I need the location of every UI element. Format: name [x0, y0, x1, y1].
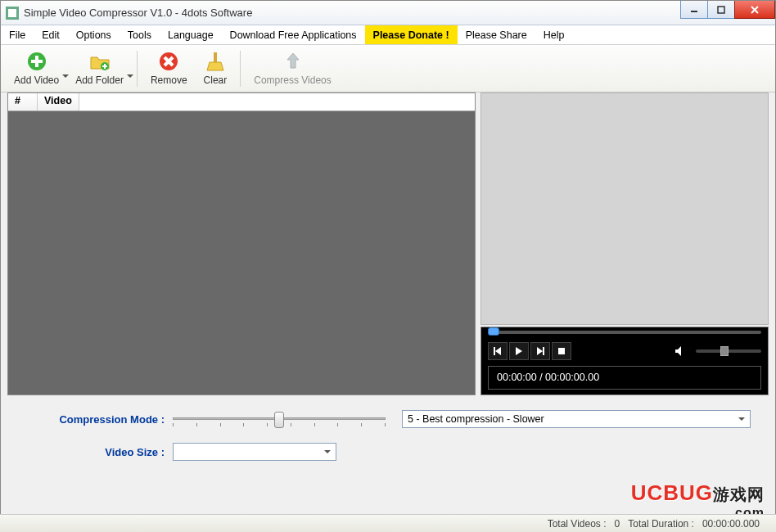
- compress-icon: [282, 50, 304, 73]
- toolbar-separator-2: [240, 51, 241, 87]
- volume-thumb[interactable]: [720, 346, 729, 356]
- menu-download[interactable]: Download Free Applications: [222, 25, 365, 44]
- plus-green-icon: [26, 50, 47, 73]
- menu-language[interactable]: Language: [160, 25, 222, 44]
- settings-panel: Compression Mode : 5 - Best compression …: [1, 395, 775, 461]
- menu-file[interactable]: File: [1, 25, 34, 44]
- volume-slider[interactable]: [696, 349, 761, 353]
- video-list[interactable]: # Video: [7, 92, 476, 395]
- status-duration-label: Total Duration :: [628, 518, 694, 530]
- menu-donate[interactable]: Please Donate !: [365, 25, 458, 44]
- col-header-num[interactable]: #: [8, 93, 38, 110]
- compression-mode-combo[interactable]: 5 - Best compression - Slower: [402, 410, 751, 428]
- main-area: # Video 00:00:00 / 00:00:00.00: [1, 92, 775, 395]
- menu-tools[interactable]: Tools: [120, 25, 160, 44]
- prev-button[interactable]: [488, 342, 508, 360]
- status-duration-value: 00:00:00.000: [702, 518, 760, 530]
- app-icon: [6, 7, 19, 20]
- stop-button[interactable]: [552, 342, 571, 360]
- menu-help[interactable]: Help: [535, 25, 573, 44]
- video-size-label: Video Size :: [25, 446, 173, 458]
- close-button[interactable]: [734, 1, 775, 19]
- minimize-button[interactable]: [680, 1, 708, 19]
- volume-icon[interactable]: [671, 342, 691, 360]
- compression-mode-value: 5 - Best compression - Slower: [408, 413, 544, 425]
- menu-edit[interactable]: Edit: [34, 25, 68, 44]
- menubar: File Edit Options Tools Language Downloa…: [1, 25, 775, 45]
- compress-label: Compress Videos: [254, 73, 332, 88]
- add-folder-label: Add Folder: [75, 73, 124, 88]
- player-panel: 00:00:00 / 00:00:00.00: [480, 92, 769, 395]
- list-header: # Video: [8, 93, 475, 111]
- compression-slider[interactable]: [173, 410, 386, 428]
- compression-mode-label: Compression Mode :: [25, 413, 173, 426]
- clear-button[interactable]: Clear: [197, 48, 234, 89]
- status-videos-value: 0: [615, 518, 620, 530]
- folder-plus-icon: [89, 50, 111, 73]
- status-videos-label: Total Videos :: [548, 518, 607, 530]
- next-button[interactable]: [530, 342, 550, 360]
- remove-button[interactable]: Remove: [144, 48, 194, 89]
- toolbar-separator: [137, 51, 138, 87]
- toolbar: Add Video Add Folder Remove Clear Compre…: [1, 45, 775, 92]
- seek-thumb[interactable]: [488, 327, 499, 336]
- titlebar: Simple Video Compressor V1.0 - 4dots Sof…: [1, 1, 775, 25]
- svg-rect-1: [8, 9, 16, 17]
- svg-rect-3: [718, 7, 724, 13]
- watermark-brand: UCBUG: [631, 480, 713, 505]
- add-video-label: Add Video: [14, 73, 59, 88]
- watermark-cjk: 游戏网: [713, 485, 765, 503]
- svg-rect-16: [558, 348, 565, 354]
- compression-slider-thumb[interactable]: [274, 412, 284, 428]
- play-button[interactable]: [509, 342, 529, 360]
- compress-button[interactable]: Compress Videos: [247, 48, 338, 89]
- player-controls: 00:00:00 / 00:00:00.00: [480, 327, 769, 395]
- clear-label: Clear: [204, 73, 228, 88]
- broom-icon: [205, 50, 226, 73]
- maximize-button[interactable]: [707, 1, 735, 19]
- col-header-video[interactable]: Video: [38, 93, 79, 110]
- seek-bar[interactable]: [481, 327, 768, 339]
- menu-share[interactable]: Please Share: [458, 25, 535, 44]
- video-size-combo[interactable]: [173, 443, 336, 461]
- timecode: 00:00:00 / 00:00:00.00: [488, 366, 761, 390]
- remove-icon: [158, 50, 179, 73]
- video-preview: [480, 92, 769, 325]
- window-title: Simple Video Compressor V1.0 - 4dots Sof…: [24, 7, 252, 19]
- status-bar: Total Videos : 0 Total Duration : 00:00:…: [0, 514, 776, 532]
- menu-options[interactable]: Options: [68, 25, 120, 44]
- svg-rect-15: [214, 52, 217, 62]
- remove-label: Remove: [151, 73, 187, 88]
- add-video-button[interactable]: Add Video: [7, 48, 65, 89]
- add-folder-button[interactable]: Add Folder: [69, 48, 130, 89]
